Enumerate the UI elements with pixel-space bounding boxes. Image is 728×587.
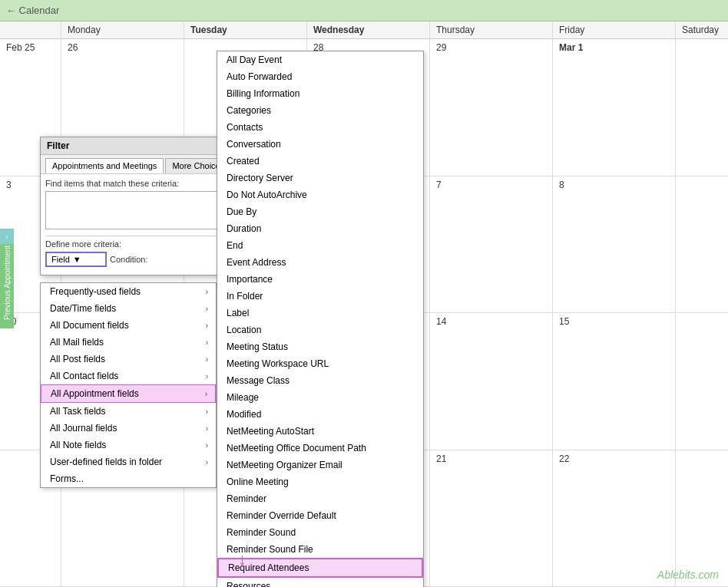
date-cell-14[interactable]: 14 <box>430 313 553 450</box>
appt-item-event-address[interactable]: Event Address <box>217 254 423 271</box>
appt-item-netmeeting-office-doc[interactable]: NetMeeting Office Document Path <box>217 440 423 457</box>
submenu-arrow-icon: › <box>205 390 207 398</box>
date-cell-21[interactable]: 21 <box>430 450 553 588</box>
arrow-indicator: ↓ <box>238 549 247 569</box>
appt-item-resources[interactable]: Resources <box>217 578 423 587</box>
appt-item-modified[interactable]: Modified <box>217 406 423 423</box>
submenu-arrow-icon: › <box>206 355 208 364</box>
filter-body: Find items that match these criteria: De… <box>41 174 243 275</box>
filter-dialog: Filter Appointments and Meetings More Ch… <box>40 137 243 275</box>
field-menu-item-all-appointment[interactable]: All Appointment fields › <box>41 384 216 403</box>
col-header-thu: Thursday <box>430 21 553 38</box>
appt-item-end[interactable]: End <box>217 237 423 254</box>
calendar-area: Monday Tuesday Wednesday Thursday Friday… <box>0 21 728 587</box>
appt-item-reminder-sound-file[interactable]: Reminder Sound File <box>217 541 423 558</box>
appt-item-directory-server[interactable]: Directory Server <box>217 170 423 186</box>
appt-item-netmeeting-autostart[interactable]: NetMeeting AutoStart <box>217 423 423 440</box>
date-cell-mar2[interactable] <box>676 39 728 176</box>
col-header-sat: Saturday <box>676 21 728 38</box>
appt-item-due-by[interactable]: Due By <box>217 203 423 220</box>
field-dropdown[interactable]: Field ▼ <box>45 252 107 267</box>
appt-item-location[interactable]: Location <box>217 322 423 338</box>
criteria-label: Find items that match these criteria: <box>45 179 238 188</box>
date-cell-8[interactable]: 8 <box>553 176 676 314</box>
field-menu-item-all-note[interactable]: All Note fields › <box>41 437 216 453</box>
col-header-wed: Wednesday <box>307 21 430 38</box>
appt-item-contacts[interactable]: Contacts <box>217 119 423 136</box>
field-menu: Frequently-used fields › Date/Time field… <box>40 282 217 488</box>
col-header-tue: Tuesday <box>184 21 307 38</box>
appt-item-categories[interactable]: Categories <box>217 102 423 119</box>
field-menu-item-all-post[interactable]: All Post fields › <box>41 351 216 368</box>
appt-item-in-folder[interactable]: In Folder <box>217 288 423 305</box>
date-cell-mar1[interactable]: Mar 1 <box>553 39 676 176</box>
field-menu-item-all-contact[interactable]: All Contact fields › <box>41 368 216 384</box>
search-box[interactable] <box>45 191 238 229</box>
appt-item-do-not-autoarchive[interactable]: Do Not AutoArchive <box>217 186 423 203</box>
submenu-arrow-icon: › <box>206 338 208 347</box>
side-chevron[interactable]: ‹ <box>0 229 14 244</box>
appt-item-importance[interactable]: Importance <box>217 271 423 288</box>
appt-item-meeting-workspace-url[interactable]: Meeting Workspace URL <box>217 355 423 372</box>
field-menu-item-all-journal[interactable]: All Journal fields › <box>41 420 216 437</box>
field-menu-item-forms[interactable]: Forms... <box>41 470 216 487</box>
appt-item-meeting-status[interactable]: Meeting Status <box>217 338 423 355</box>
appt-item-all-day-event[interactable]: All Day Event <box>217 51 423 68</box>
top-bar: ← Calendar <box>0 0 728 21</box>
appt-item-created[interactable]: Created <box>217 153 423 170</box>
submenu-arrow-icon: › <box>206 305 208 313</box>
col-header-mon: Monday <box>61 21 184 38</box>
filter-title: Filter <box>41 137 243 155</box>
appointment-submenu: All Day Event Auto Forwarded Billing Inf… <box>217 51 424 587</box>
date-cell-9[interactable] <box>676 176 728 314</box>
submenu-arrow-icon: › <box>206 458 208 467</box>
date-cell-23[interactable] <box>676 450 728 588</box>
date-cell-7[interactable]: 7 <box>430 176 553 314</box>
appt-item-mileage[interactable]: Mileage <box>217 389 423 406</box>
appt-item-duration[interactable]: Duration <box>217 220 423 237</box>
back-button[interactable]: ← Calendar <box>6 5 59 16</box>
field-menu-item-all-mail[interactable]: All Mail fields › <box>41 334 216 351</box>
more-criteria-label: Define more criteria: <box>45 236 238 249</box>
col-header-sun <box>0 21 61 38</box>
appt-item-reminder[interactable]: Reminder <box>217 490 423 507</box>
appt-item-label[interactable]: Label <box>217 305 423 322</box>
field-menu-item-all-document[interactable]: All Document fields › <box>41 317 216 334</box>
appt-item-required-attendees[interactable]: Required Attendees <box>217 558 423 578</box>
submenu-arrow-icon: › <box>206 372 208 381</box>
appt-item-conversation[interactable]: Conversation <box>217 136 423 153</box>
submenu-arrow-icon: › <box>206 322 208 330</box>
appt-item-message-class[interactable]: Message Class <box>217 372 423 389</box>
submenu-arrow-icon: › <box>206 407 208 416</box>
submenu-arrow-icon: › <box>206 441 208 450</box>
col-header-fri: Friday <box>553 21 676 38</box>
dropdown-arrow-icon: ▼ <box>73 255 81 264</box>
appt-item-netmeeting-organizer[interactable]: NetMeeting Organizer Email <box>217 457 423 473</box>
appt-item-reminder-override[interactable]: Reminder Override Default <box>217 507 423 524</box>
date-cell-16[interactable] <box>676 313 728 450</box>
appt-item-reminder-sound[interactable]: Reminder Sound <box>217 524 423 541</box>
appt-item-auto-forwarded[interactable]: Auto Forwarded <box>217 68 423 85</box>
submenu-arrow-icon: › <box>206 288 208 296</box>
day-headers: Monday Tuesday Wednesday Thursday Friday… <box>0 21 728 39</box>
side-appointment-label[interactable]: Previous Appointment <box>0 236 14 328</box>
date-cell-22[interactable]: 22 <box>553 450 676 588</box>
field-menu-item-user-defined[interactable]: User-defined fields in folder › <box>41 453 216 470</box>
filter-tabs: Appointments and Meetings More Choices <box>41 155 243 174</box>
field-label: Field <box>51 255 70 264</box>
tab-appointments-meetings[interactable]: Appointments and Meetings <box>45 158 164 173</box>
field-dropdown-row: Field ▼ Condition: <box>45 252 238 267</box>
field-menu-item-datetime[interactable]: Date/Time fields › <box>41 300 216 317</box>
date-cell-feb29[interactable]: 29 <box>430 39 553 176</box>
condition-label: Condition: <box>110 255 148 264</box>
field-menu-item-frequently-used[interactable]: Frequently-used fields › <box>41 283 216 300</box>
watermark: Ablebits.com <box>657 569 719 581</box>
submenu-arrow-icon: › <box>206 424 208 433</box>
field-menu-item-all-task[interactable]: All Task fields › <box>41 403 216 420</box>
appt-item-billing-info[interactable]: Billing Information <box>217 85 423 102</box>
date-cell-15[interactable]: 15 <box>553 313 676 450</box>
appt-item-online-meeting[interactable]: Online Meeting <box>217 473 423 490</box>
